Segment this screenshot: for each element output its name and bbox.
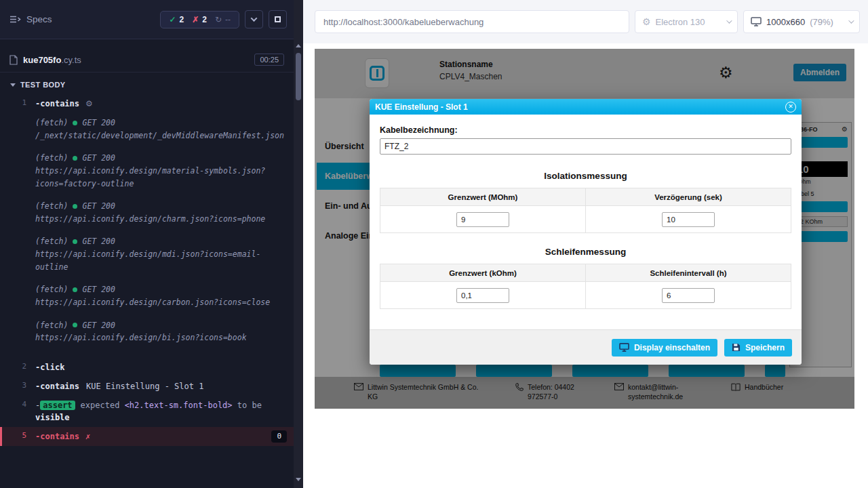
- fetch-url: https://api.iconify.design/material-symb…: [35, 165, 287, 190]
- status-ok-dot-icon: [73, 287, 77, 292]
- fetch-log-entry[interactable]: (fetch)GET 200 https://api.iconify.desig…: [35, 319, 287, 344]
- fetch-label: (fetch): [35, 235, 68, 248]
- command-number: 5: [2, 430, 35, 443]
- chevron-down-icon: [726, 18, 732, 23]
- scrollbar-thumb[interactable]: [296, 53, 301, 100]
- fetch-log-entry[interactable]: (fetch)GET 200 https://api.iconify.desig…: [35, 235, 287, 273]
- fetch-log-entry[interactable]: (fetch)GET 200 https://api.iconify.desig…: [35, 283, 287, 308]
- assert-mid: to be: [237, 401, 262, 410]
- fetch-log-entry[interactable]: (fetch)GET 200 https://api.iconify.desig…: [35, 152, 287, 190]
- command-number: 2: [0, 361, 35, 373]
- fetch-status: GET 200: [82, 319, 115, 332]
- save-label: Speichern: [745, 343, 785, 352]
- stat-pending: ↻ --: [215, 15, 231, 24]
- app-frame: Stationsname CPLV4_Maschen ⚙ Abmelden Üb…: [315, 49, 854, 409]
- url-bar[interactable]: [315, 10, 629, 33]
- aut-stage: Stationsname CPLV4_Maschen ⚙ Abmelden Üb…: [303, 43, 868, 488]
- test-body-section-header[interactable]: TEST BODY: [0, 73, 294, 94]
- command-number: 3: [0, 380, 35, 392]
- fetch-label: (fetch): [35, 319, 68, 332]
- command-row-contains-1[interactable]: 1 contains⚙ (fetch)GET 200 /_next/static…: [0, 94, 294, 358]
- fetch-status: GET 200: [82, 117, 115, 129]
- iso-limit-cell: [380, 206, 586, 233]
- specs-list-toggle-icon[interactable]: [9, 15, 21, 24]
- scroll-down-arrow-icon[interactable]: [294, 474, 303, 484]
- browser-selector[interactable]: ⚙ Electron 130: [635, 10, 738, 33]
- status-ok-dot-icon: [73, 323, 77, 327]
- reporter-header: Specs ✓ 2 ✗ 2 ↻ --: [0, 0, 294, 39]
- fetch-label: (fetch): [35, 117, 68, 129]
- fetch-log-entry[interactable]: (fetch)GET 200 /_next/static/development…: [35, 117, 287, 142]
- command-number: 4: [0, 399, 35, 424]
- modal-footer: Display einschalten Speichern: [370, 329, 802, 365]
- command-row-click[interactable]: 2 click: [0, 358, 294, 377]
- viewport-selector[interactable]: 1000x660 (79%): [743, 10, 860, 33]
- modal-header: KUE Einstellung - Slot 1 ✕: [370, 99, 802, 115]
- loop-interval-input[interactable]: [662, 288, 715, 303]
- spec-file-icon: [9, 55, 18, 65]
- collapse-caret-icon: [10, 83, 16, 87]
- retry-count-badge: 0: [271, 430, 287, 443]
- stop-run-button[interactable]: [269, 10, 287, 28]
- command-row-assert[interactable]: 4 assertexpected <h2.text-sm.font-bold> …: [0, 396, 294, 427]
- specs-label[interactable]: Specs: [26, 14, 52, 24]
- cypress-reporter: Specs ✓ 2 ✗ 2 ↻ -- kue705fo.cy.ts: [0, 0, 294, 488]
- loop-limit-cell: [380, 282, 586, 309]
- spec-base-name: kue705fo: [23, 55, 61, 65]
- cable-name-input[interactable]: [380, 138, 791, 155]
- spec-duration: 00:25: [254, 54, 284, 66]
- failed-count: 2: [202, 15, 207, 24]
- loop-limit-input[interactable]: [456, 288, 509, 303]
- aut-toolbar: ⚙ Electron 130 1000x660 (79%): [303, 0, 868, 43]
- fetch-log-entry[interactable]: (fetch)GET 200 https://api.iconify.desig…: [35, 200, 287, 225]
- iso-limit-input[interactable]: [456, 212, 509, 227]
- assert-expected: expected: [81, 401, 120, 410]
- fetch-status: GET 200: [82, 283, 115, 296]
- status-ok-dot-icon: [73, 156, 77, 161]
- monitor-icon: [751, 17, 762, 26]
- browser-name: Electron 130: [656, 17, 705, 27]
- url-input[interactable]: [318, 17, 626, 27]
- chevron-down-icon: [251, 15, 258, 22]
- fetch-url: https://api.iconify.design/carbon.json?i…: [35, 296, 287, 309]
- stat-failed: ✗ 2: [192, 15, 207, 24]
- test-stats[interactable]: ✓ 2 ✗ 2 ↻ --: [160, 11, 239, 28]
- display-on-button[interactable]: Display einschalten: [612, 339, 717, 357]
- fetch-label: (fetch): [35, 200, 68, 213]
- viewport-zoom: (79%): [810, 17, 833, 27]
- stop-icon: [275, 16, 281, 22]
- spec-bar[interactable]: kue705fo.cy.ts 00:25: [0, 49, 294, 73]
- isolation-table: Grenzwert (MOhm) Verzögerung (sek): [380, 188, 791, 233]
- modal-title: KUE Einstellung - Slot 1: [375, 102, 468, 112]
- save-floppy-icon: [732, 343, 741, 352]
- root: Specs ✓ 2 ✗ 2 ↻ -- kue705fo.cy.ts: [0, 0, 868, 488]
- scroll-up-arrow-icon[interactable]: [294, 41, 303, 50]
- status-ok-dot-icon: [73, 121, 77, 125]
- display-icon: [619, 343, 629, 352]
- close-icon[interactable]: ✕: [785, 102, 796, 113]
- command-name: contains: [35, 382, 79, 391]
- loop-table: Grenzwert (kOhm) Schleifenintervall (h): [380, 264, 791, 309]
- command-number: 1: [0, 98, 35, 354]
- check-icon: ✓: [169, 15, 176, 24]
- pending-count: --: [225, 15, 231, 24]
- loop-section-title: Schleifenmessung: [380, 247, 791, 257]
- command-row-contains-failed[interactable]: 5 contains ✗ 0: [0, 427, 294, 447]
- spec-name: kue705fo.cy.ts: [23, 55, 81, 65]
- fetch-url: https://api.iconify.design/bi.json?icons…: [35, 331, 287, 344]
- assert-pill: assert: [40, 401, 75, 410]
- iso-col1-header: Grenzwert (MOhm): [380, 188, 586, 206]
- collapse-dropdown-button[interactable]: [245, 10, 263, 28]
- reporter-scrollbar[interactable]: [294, 0, 303, 488]
- iso-delay-cell: [586, 206, 791, 233]
- fail-x-icon: ✗: [85, 430, 90, 443]
- chevron-down-icon: [848, 18, 854, 23]
- iso-col2-header: Verzögerung (sek): [586, 188, 791, 206]
- iso-delay-input[interactable]: [662, 212, 715, 227]
- command-body: contains⚙ (fetch)GET 200 /_next/static/d…: [35, 98, 287, 354]
- save-button[interactable]: Speichern: [724, 339, 792, 357]
- command-name: contains: [35, 430, 79, 443]
- fetch-log-list: (fetch)GET 200 /_next/static/development…: [35, 117, 287, 344]
- fetch-status: GET 200: [82, 200, 115, 213]
- command-row-contains-2[interactable]: 3 containsKUE Einstellung - Slot 1: [0, 377, 294, 396]
